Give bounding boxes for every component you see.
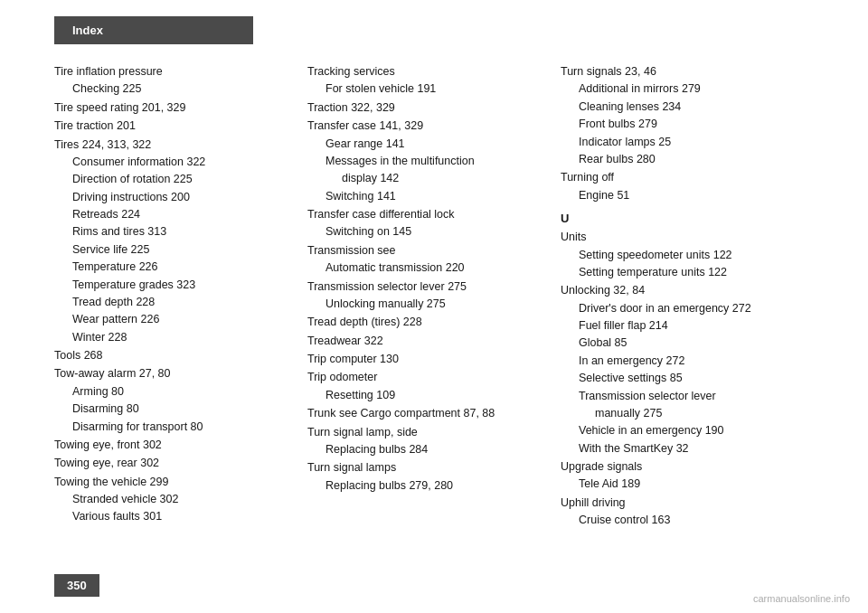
index-entry: Selective settings 85 <box>561 370 796 387</box>
index-entry: Traction 322, 329 <box>307 99 542 117</box>
index-entry: Wear pattern 226 <box>54 311 289 328</box>
index-entry: Tire inflation pressure <box>54 63 289 80</box>
index-entry: Unlocking manually 275 <box>307 296 542 313</box>
index-entry: Tire traction 201 <box>54 118 289 135</box>
index-entry: Tread depth 228 <box>54 294 289 311</box>
index-entry: Various faults 301 <box>54 508 289 525</box>
index-entry: Units <box>561 229 796 246</box>
index-entry: Tow-away alarm 27, 80 <box>54 365 289 382</box>
index-entry: Tread depth (tires) 228 <box>307 314 542 331</box>
index-entry: Temperature 226 <box>54 259 289 276</box>
index-entry: Treadwear 322 <box>307 333 542 350</box>
index-entry: Driver's door in an emergency 272 <box>561 300 796 317</box>
index-entry: Service life 225 <box>54 241 289 259</box>
index-entry: Setting temperature units 122 <box>561 264 796 281</box>
column-2: Tracking servicesFor stolen vehicle 191T… <box>307 62 561 530</box>
index-entry: Cleaning lenses 234 <box>561 99 796 116</box>
index-entry: Additional in mirrors 279 <box>561 80 796 98</box>
index-entry: Transmission selector lever 275 <box>307 278 542 296</box>
index-entry: Front bulbs 279 <box>561 116 796 133</box>
index-entry: Tires 224, 313, 322 <box>54 137 289 154</box>
index-entry: Engine 51 <box>561 187 796 204</box>
index-entry: Towing eye, front 302 <box>54 437 289 454</box>
index-entry: Fuel filler flap 214 <box>561 317 796 335</box>
index-entry: Arming 80 <box>54 383 289 401</box>
index-entry: Winter 228 <box>54 329 289 346</box>
index-entry: Consumer information 322 <box>54 154 289 171</box>
index-entry: Gear range 141 <box>307 136 542 153</box>
index-entry: Turning off <box>561 169 796 186</box>
index-entry: Disarming for transport 80 <box>54 419 289 436</box>
index-entry: Transmission selector lever <box>561 388 796 405</box>
index-entry: Indicator lamps 25 <box>561 134 796 151</box>
column-3: Turn signals 23, 46Additional in mirrors… <box>561 62 814 530</box>
index-entry: Driving instructions 200 <box>54 189 289 206</box>
index-entry: Turn signals 23, 46 <box>561 63 796 80</box>
index-entry: Trip odometer <box>307 369 542 386</box>
index-entry: In an emergency 272 <box>561 353 796 370</box>
index-entry: Trunk see Cargo compartment 87, 88 <box>307 405 542 422</box>
index-entry: Towing the vehicle 299 <box>54 474 289 491</box>
page-number-badge: 350 <box>54 574 99 597</box>
index-entry: Turn signal lamp, side <box>307 424 542 441</box>
index-entry: Transfer case differential lock <box>307 206 542 223</box>
index-entry: Turn signal lamps <box>307 459 542 476</box>
index-entry: With the SmartKey 32 <box>561 440 796 457</box>
index-entry: Replacing bulbs 279, 280 <box>307 477 542 495</box>
index-entry: Cruise control 163 <box>561 512 796 529</box>
index-entry: Tools 268 <box>54 347 289 364</box>
index-entry: Disarming 80 <box>54 401 289 418</box>
index-entry: Uphill driving <box>561 495 796 512</box>
index-entry: Temperature grades 323 <box>54 277 289 294</box>
index-entry: Transmission see <box>307 242 542 259</box>
watermark: carmanualsonline.info <box>753 593 850 604</box>
index-entry: Direction of rotation 225 <box>54 171 289 188</box>
index-entry: Transfer case 141, 329 <box>307 118 542 135</box>
index-entry: Global 85 <box>561 335 796 352</box>
index-entry: Towing eye, rear 302 <box>54 455 289 472</box>
column-1: Tire inflation pressureChecking 225Tire … <box>54 62 307 530</box>
index-entry: Retreads 224 <box>54 206 289 223</box>
index-entry: Resetting 109 <box>307 387 542 404</box>
index-entry: Tele Aid 189 <box>561 476 796 493</box>
index-entry: Checking 225 <box>54 80 289 98</box>
index-entry: For stolen vehicle 191 <box>307 80 542 98</box>
index-entry: Trip computer 130 <box>307 351 542 368</box>
index-entry: Tracking services <box>307 63 542 80</box>
index-entry: Unlocking 32, 84 <box>561 282 796 299</box>
index-entry: Replacing bulbs 284 <box>307 441 542 458</box>
index-entry: Switching on 145 <box>307 223 542 240</box>
index-entry: Automatic transmission 220 <box>307 259 542 277</box>
index-entry: Rear bulbs 280 <box>561 151 796 168</box>
index-entry: Switching 141 <box>307 188 542 205</box>
index-entry: Setting speedometer units 122 <box>561 247 796 264</box>
header-bar: Index <box>54 16 253 44</box>
index-entry: U <box>561 210 796 228</box>
index-entry: Messages in the multifunction <box>307 153 542 170</box>
index-entry: Upgrade signals <box>561 458 796 476</box>
index-entry: Tire speed rating 201, 329 <box>54 99 289 117</box>
index-entry: manually 275 <box>561 405 796 422</box>
index-entry: Rims and tires 313 <box>54 223 289 240</box>
index-entry: display 142 <box>307 170 542 187</box>
index-entry: Vehicle in an emergency 190 <box>561 422 796 439</box>
index-entry: Stranded vehicle 302 <box>54 491 289 508</box>
